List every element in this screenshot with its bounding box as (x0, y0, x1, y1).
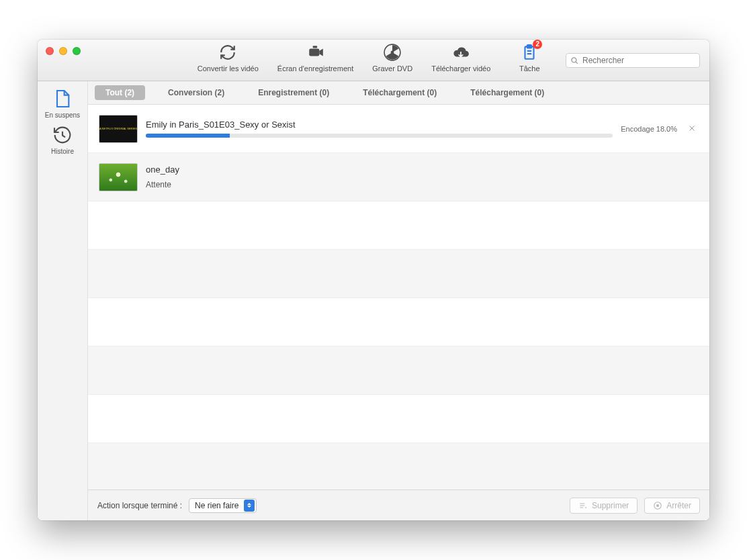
search-container (566, 53, 700, 68)
refresh-icon (218, 42, 238, 62)
svg-rect-5 (527, 45, 532, 48)
svg-point-3 (391, 51, 394, 54)
tab-all[interactable]: Tout (2) (95, 85, 145, 100)
task-title: Emily in Paris_S01E03_Sexy or Sexist (146, 120, 613, 130)
radiation-icon (382, 42, 402, 62)
tab-download-2[interactable]: Téléchargement (0) (459, 85, 555, 100)
stop-button[interactable]: Arrêter (644, 498, 700, 514)
thumbnail: A NETFLIX ORIGINAL SERIES (99, 115, 138, 143)
footer: Action lorsque terminé : Ne rien faire S… (88, 489, 709, 520)
toolbar-label: Écran d'enregistrement (277, 64, 353, 73)
thumbnail (99, 163, 138, 191)
task-button[interactable]: 2 Tâche (509, 42, 550, 73)
toolbar-label: Télécharger vidéo (431, 64, 490, 73)
camera-icon (306, 42, 326, 62)
close-window-button[interactable] (46, 47, 54, 55)
tab-download-1[interactable]: Téléchargement (0) (352, 85, 447, 100)
svg-rect-0 (309, 49, 319, 56)
cloud-download-icon (451, 42, 471, 62)
zoom-window-button[interactable] (73, 47, 81, 55)
close-icon (688, 124, 696, 132)
empty-row (88, 298, 709, 346)
stop-icon (653, 501, 662, 510)
list-minus-icon (578, 501, 588, 510)
window-controls (38, 40, 89, 62)
button-label: Supprimer (592, 501, 629, 510)
sidebar-item-history[interactable]: Histoire (51, 124, 74, 155)
progress-bar (146, 134, 613, 138)
sidebar: En suspens Histoire (38, 81, 88, 520)
svg-rect-1 (312, 46, 317, 48)
convert-video-button[interactable]: Convertir les vidéo (197, 42, 259, 73)
main-panel: Tout (2) Conversion (2) Enregistrement (… (88, 81, 709, 520)
tab-record[interactable]: Enregistrement (0) (247, 85, 340, 100)
button-label: Arrêter (666, 501, 691, 510)
file-icon (52, 88, 73, 109)
screen-record-button[interactable]: Écran d'enregistrement (277, 42, 353, 73)
history-icon (52, 124, 73, 146)
sidebar-item-pending[interactable]: En suspens (45, 88, 80, 119)
delete-button[interactable]: Supprimer (570, 498, 638, 514)
chevron-updown-icon (244, 500, 255, 512)
empty-row (88, 201, 709, 250)
sidebar-item-label: En suspens (45, 111, 80, 119)
minimize-window-button[interactable] (59, 47, 67, 55)
sidebar-item-label: Histoire (51, 148, 74, 155)
task-substatus: Attente (146, 180, 699, 189)
task-row[interactable]: A NETFLIX ORIGINAL SERIES Emily in Paris… (88, 105, 709, 153)
titlebar: Convertir les vidéo Écran d'enregistreme… (38, 40, 709, 81)
svg-point-6 (572, 58, 576, 62)
action-when-done-label: Action lorsque terminé : (97, 501, 182, 510)
download-video-button[interactable]: Télécharger vidéo (431, 42, 490, 73)
cancel-task-button[interactable] (685, 121, 699, 137)
empty-row (88, 346, 709, 395)
toolbar-label: Tâche (519, 64, 540, 73)
svg-rect-8 (657, 504, 660, 507)
toolbar-label: Graver DVD (372, 64, 412, 73)
task-badge: 2 (533, 40, 542, 49)
task-list: A NETFLIX ORIGINAL SERIES Emily in Paris… (88, 105, 709, 489)
empty-row (88, 395, 709, 443)
search-icon (570, 56, 579, 68)
search-input[interactable] (566, 53, 700, 68)
burn-dvd-button[interactable]: Graver DVD (372, 42, 412, 73)
action-when-done-select[interactable]: Ne rien faire (189, 498, 257, 513)
task-status: Encodage 18.0% (621, 125, 677, 133)
app-window: Convertir les vidéo Écran d'enregistreme… (38, 40, 709, 520)
tab-conversion[interactable]: Conversion (2) (157, 85, 235, 100)
empty-row (88, 443, 709, 489)
toolbar-label: Convertir les vidéo (197, 64, 259, 73)
select-value: Ne rien faire (195, 501, 238, 510)
empty-row (88, 250, 709, 298)
task-title: one_day (146, 165, 699, 175)
task-row[interactable]: one_day Attente (88, 153, 709, 201)
clipboard-icon: 2 (519, 42, 539, 62)
progress-fill (146, 134, 230, 138)
tabs: Tout (2) Conversion (2) Enregistrement (… (88, 81, 709, 105)
